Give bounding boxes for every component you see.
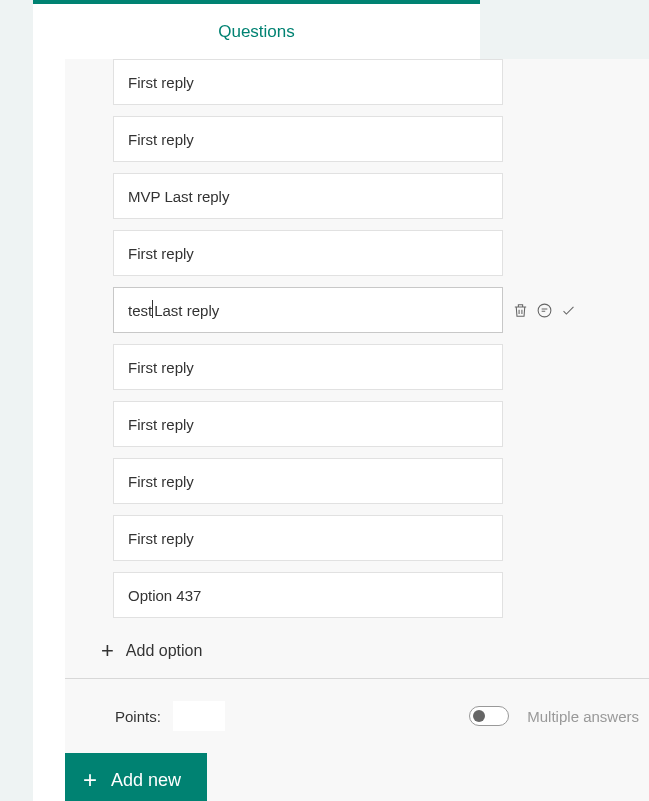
option-row — [113, 401, 649, 447]
points-input[interactable] — [173, 701, 225, 731]
option-text-prefix: test — [128, 302, 152, 319]
option-text-suffix: Last reply — [154, 302, 219, 319]
option-input[interactable] — [113, 458, 503, 504]
toggle-knob — [473, 710, 485, 722]
option-row — [113, 572, 649, 618]
option-input[interactable] — [113, 572, 503, 618]
option-input[interactable] — [113, 230, 503, 276]
option-row — [113, 458, 649, 504]
text-caret — [152, 300, 153, 318]
add-new-label: Add new — [111, 770, 181, 791]
multiple-answers-label: Multiple answers — [527, 708, 639, 725]
option-row — [113, 230, 649, 276]
comment-icon[interactable] — [535, 301, 553, 319]
option-input[interactable] — [113, 344, 503, 390]
option-row — [113, 173, 649, 219]
add-option-button[interactable]: + Add option — [65, 618, 649, 678]
add-option-label: Add option — [126, 642, 203, 660]
tab-bar: Questions — [33, 0, 480, 59]
multiple-answers-toggle[interactable] — [469, 706, 509, 726]
question-editor: testLast reply + Add option Points: Mult… — [65, 59, 649, 801]
plus-icon: + — [83, 768, 97, 792]
option-row — [113, 344, 649, 390]
option-input[interactable] — [113, 173, 503, 219]
footer-row: Points: Multiple answers — [65, 679, 649, 753]
option-row — [113, 116, 649, 162]
option-row: testLast reply — [113, 287, 649, 333]
points-label: Points: — [115, 708, 161, 725]
svg-point-0 — [538, 304, 551, 317]
main-panel: testLast reply + Add option Points: Mult… — [33, 59, 649, 801]
option-input[interactable] — [113, 59, 503, 105]
option-actions — [511, 301, 577, 319]
options-list: testLast reply — [65, 59, 649, 618]
option-input[interactable] — [113, 515, 503, 561]
add-new-button[interactable]: + Add new — [65, 753, 207, 801]
option-input[interactable] — [113, 116, 503, 162]
option-input[interactable] — [113, 401, 503, 447]
trash-icon[interactable] — [511, 301, 529, 319]
option-input[interactable]: testLast reply — [113, 287, 503, 333]
checkmark-icon[interactable] — [559, 301, 577, 319]
plus-icon: + — [101, 640, 114, 662]
option-row — [113, 515, 649, 561]
tab-questions[interactable]: Questions — [218, 22, 295, 42]
option-row — [113, 59, 649, 105]
